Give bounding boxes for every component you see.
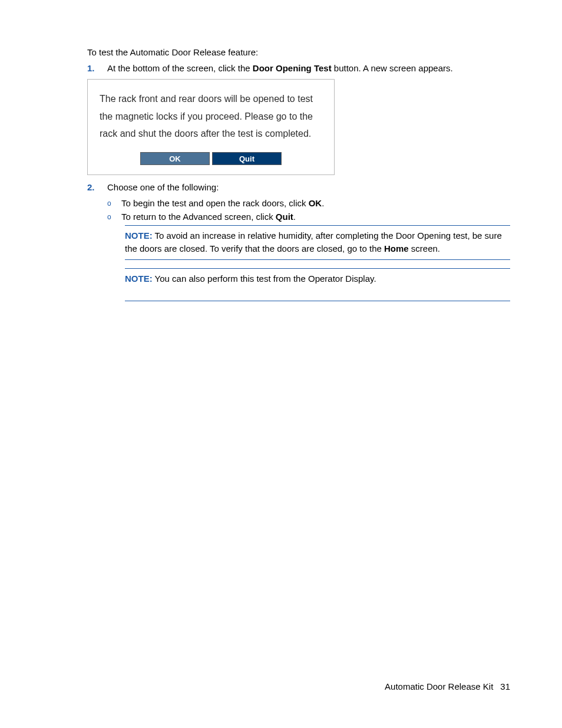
sub-a-bold: OK xyxy=(309,198,322,208)
step-2-text: Choose one of the following: xyxy=(107,182,219,192)
bullet-icon: o xyxy=(107,198,113,208)
note-2-text: You can also perform this test from the … xyxy=(153,274,376,284)
step-1: 1. At the bottom of the screen, click th… xyxy=(87,63,510,73)
sub-a-pre: To begin the test and open the rack door… xyxy=(121,198,309,208)
note-2: NOTE: You can also perform this test fro… xyxy=(125,268,510,302)
sub-item-a: o To begin the test and open the rack do… xyxy=(107,198,510,208)
note-1-post: screen. xyxy=(409,243,440,253)
step-1-number: 1. xyxy=(87,63,97,73)
sub-item-b-text: To return to the Advanced screen, click … xyxy=(121,212,296,222)
footer-page-number: 31 xyxy=(500,681,510,691)
ok-button[interactable]: OK xyxy=(140,152,210,165)
step-1-text: At the bottom of the screen, click the D… xyxy=(107,63,453,73)
sub-b-bold: Quit xyxy=(276,212,293,222)
note-1-bold: Home xyxy=(384,243,409,253)
footer-title: Automatic Door Release Kit xyxy=(385,681,493,691)
sub-b-pre: To return to the Advanced screen, click xyxy=(121,212,276,222)
dialog-message: The rack front and rear doors will be op… xyxy=(100,90,322,143)
step-2-sublist: o To begin the test and open the rack do… xyxy=(107,198,510,222)
note-1: NOTE: To avoid an increase in relative h… xyxy=(125,225,510,260)
intro-text: To test the Automatic Door Release featu… xyxy=(87,47,510,57)
dialog-button-row: OK Quit xyxy=(100,152,322,165)
bullet-icon: o xyxy=(107,212,113,222)
sub-b-post: . xyxy=(293,212,296,222)
sub-a-post: . xyxy=(322,198,324,208)
sub-item-a-text: To begin the test and open the rack door… xyxy=(121,198,324,208)
quit-button[interactable]: Quit xyxy=(212,152,282,165)
note-1-label: NOTE: xyxy=(125,230,153,241)
dialog-screenshot: The rack front and rear doors will be op… xyxy=(87,79,335,175)
step-2-number: 2. xyxy=(87,182,97,192)
page-footer: Automatic Door Release Kit31 xyxy=(385,681,510,691)
step-1-pre: At the bottom of the screen, click the xyxy=(107,63,253,73)
note-1-pre: To avoid an increase in relative humidit… xyxy=(125,230,502,254)
step-2: 2. Choose one of the following: xyxy=(87,182,510,192)
sub-item-b: o To return to the Advanced screen, clic… xyxy=(107,212,510,222)
step-1-bold: Door Opening Test xyxy=(253,63,332,73)
step-1-post: button. A new screen appears. xyxy=(332,63,453,73)
note-2-label: NOTE: xyxy=(125,274,153,284)
